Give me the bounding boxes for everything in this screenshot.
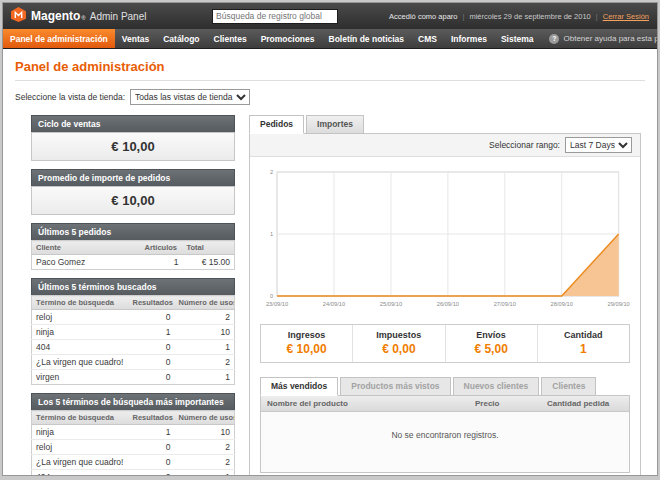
table-cell: 2 <box>175 310 235 325</box>
table-row: reloj02 <box>32 440 235 455</box>
nav-item-newsletter[interactable]: Boletín de noticias <box>322 29 412 48</box>
nav-item-system[interactable]: Sistema <box>494 29 541 48</box>
svg-text:25/09/10: 25/09/10 <box>380 301 403 307</box>
table-cell: 2 <box>175 455 235 470</box>
table-cell: 404 <box>32 340 129 355</box>
stat-label: Envíos <box>446 330 537 340</box>
range-select[interactable]: Last 7 Days <box>565 137 632 153</box>
current-date: miércoles 29 de septiembre de 2010 <box>469 12 590 21</box>
content: Panel de administración Seleccione la vi… <box>3 49 657 476</box>
svg-text:29/09/10: 29/09/10 <box>608 301 631 307</box>
main-nav: Panel de administración Ventas Catálogo … <box>3 29 657 49</box>
stat-cantidad: Cantidad 1 <box>538 325 629 362</box>
sales-cycle-value: € 10,00 <box>31 132 235 161</box>
panel-title: Últimos 5 pedidos <box>31 223 235 240</box>
table-cell: 10 <box>175 425 235 440</box>
table-row: reloj02 <box>32 310 235 325</box>
tab-importes[interactable]: Importes <box>306 115 364 134</box>
average-order-panel: Promedio de importe de pedidos € 10,00 <box>31 169 235 215</box>
table-cell: 0 <box>129 340 175 355</box>
column-header: Cliente <box>32 241 141 255</box>
nav-item-sales[interactable]: Ventas <box>115 29 156 48</box>
last-search-terms-panel: Últimos 5 términos buscados Término de b… <box>31 278 235 385</box>
stat-label: Ingresos <box>261 330 352 340</box>
store-view-select[interactable]: Todas las vistas de tienda <box>130 89 250 105</box>
tab-productos-mas-vistos[interactable]: Productos más vistos <box>340 377 450 396</box>
svg-text:24/09/10: 24/09/10 <box>323 301 346 307</box>
products-table: Nombre del productoPrecioCantidad pedida <box>261 396 629 412</box>
range-label: Seleccionar rango: <box>489 140 560 150</box>
column-header: Total <box>183 241 235 255</box>
table-cell: 0 <box>129 310 175 325</box>
table-cell: 0 <box>129 370 175 385</box>
tab-mas-vendidos[interactable]: Más vendidos <box>260 377 338 396</box>
chart-tabs: Pedidos Importes <box>249 115 641 133</box>
help-link[interactable]: ? Obtener ayuda para esta página <box>540 29 658 48</box>
table-cell: reloj <box>32 440 129 455</box>
store-switcher: Seleccione la vista de tienda: Todas las… <box>15 89 645 105</box>
nav-item-cms[interactable]: CMS <box>411 29 444 48</box>
top-search-terms-panel: Los 5 términos de búsqueda más important… <box>31 393 235 476</box>
table-row: ¿La virgen que cuadro!02 <box>32 455 235 470</box>
nav-item-reports[interactable]: Informes <box>444 29 494 48</box>
logged-in-text: Accedió como aparo <box>389 12 457 21</box>
table-cell: ¿La virgen que cuadro! <box>32 355 129 370</box>
orders-panel: Seleccionar rango: Last 7 Days 23/09/102… <box>249 133 641 476</box>
logo-word: Magento <box>31 9 80 23</box>
help-label: Obtener ayuda para esta página <box>563 34 658 43</box>
nav-item-promotions[interactable]: Promociones <box>254 29 322 48</box>
tab-clientes[interactable]: Clientes <box>541 377 596 396</box>
user-area: Accedió como aparo | miércoles 29 de sep… <box>389 12 649 21</box>
table-cell: 1 <box>175 470 235 477</box>
logo-subtitle: Admin Panel <box>90 11 147 22</box>
left-column: Ciclo de ventas € 10,00 Promedio de impo… <box>31 115 235 476</box>
table-row: ¿La virgen que cuadro!02 <box>32 355 235 370</box>
nav-item-dashboard[interactable]: Panel de administración <box>3 29 115 48</box>
separator: | <box>596 12 598 21</box>
table-row: Paco Gomez1€ 15.00 <box>32 255 235 270</box>
global-search-input[interactable] <box>212 9 338 24</box>
range-row: Seleccionar rango: Last 7 Days <box>250 134 640 157</box>
column-header: Número de usos <box>175 411 235 425</box>
nav-list: Panel de administración Ventas Catálogo … <box>3 29 540 48</box>
table-cell: 2 <box>175 440 235 455</box>
tab-pedidos[interactable]: Pedidos <box>249 115 304 134</box>
table-header-row: Término de búsquedaResultadosNúmero de u… <box>32 411 235 425</box>
table-cell: 1 <box>141 255 183 270</box>
stat-label: Impuestos <box>353 330 444 340</box>
store-switcher-label: Seleccione la vista de tienda: <box>15 92 125 102</box>
table-cell: 1 <box>129 425 175 440</box>
table-row: 40401 <box>32 340 235 355</box>
panel-title: Los 5 términos de búsqueda más important… <box>31 393 235 410</box>
last-orders-panel: Últimos 5 pedidos ClienteArtículosTotal … <box>31 223 235 270</box>
global-search <box>169 9 381 24</box>
table-cell: 0 <box>129 470 175 477</box>
table-cell: ¿La virgen que cuadro! <box>32 455 129 470</box>
column-header: Precio <box>469 396 541 412</box>
stat-value: 1 <box>538 342 629 356</box>
help-icon: ? <box>549 34 559 44</box>
table-cell: ninja <box>32 325 129 340</box>
logout-link[interactable]: Cerrar Sesión <box>603 12 649 21</box>
top-header: Magento® Admin Panel Accedió como aparo … <box>3 3 657 29</box>
panel-title: Ciclo de ventas <box>31 115 235 132</box>
column-header: Nombre del producto <box>261 396 469 412</box>
last-search-terms-table: Término de búsquedaResultadosNúmero de u… <box>31 295 235 385</box>
nav-item-catalog[interactable]: Catálogo <box>156 29 206 48</box>
admin-window: Magento® Admin Panel Accedió como aparo … <box>2 2 658 476</box>
column-header: Término de búsqueda <box>32 296 129 310</box>
tab-nuevos-clientes[interactable]: Nuevos clientes <box>453 377 540 396</box>
table-cell: 10 <box>175 325 235 340</box>
table-cell: reloj <box>32 310 129 325</box>
products-grid: Nombre del productoPrecioCantidad pedida… <box>260 395 630 473</box>
logo-mark: ® <box>81 15 85 21</box>
empty-message: No se encontraron registros. <box>261 412 629 472</box>
average-order-value: € 10,00 <box>31 186 235 215</box>
table-row: ninja110 <box>32 325 235 340</box>
column-header: Término de búsqueda <box>32 411 129 425</box>
separator: | <box>462 12 464 21</box>
nav-item-customers[interactable]: Clientes <box>207 29 254 48</box>
product-tabs: Más vendidos Productos más vistos Nuevos… <box>260 377 630 395</box>
divider <box>15 80 645 81</box>
table-cell: € 15.00 <box>183 255 235 270</box>
